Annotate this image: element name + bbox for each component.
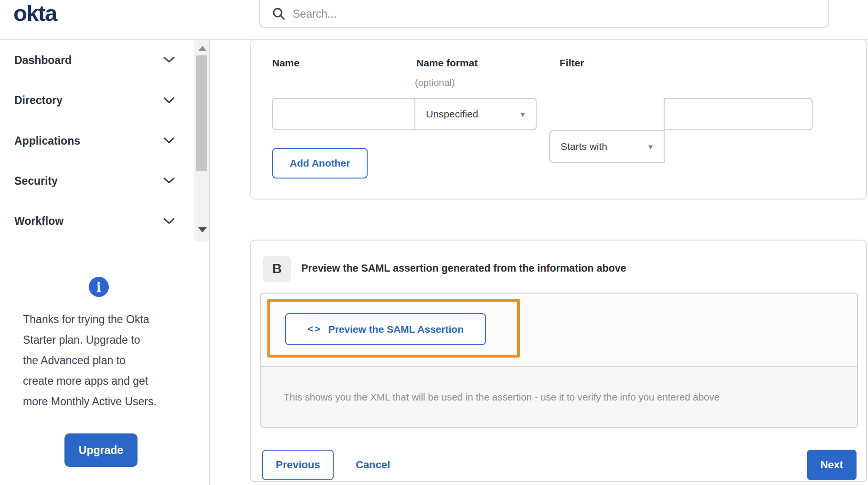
caret-down-icon: ▼ [647,143,654,151]
sidebar-item-workflow[interactable]: Workflow [0,201,209,242]
sidebar-item-label: Dashboard [14,54,72,67]
sidebar-divider [209,39,210,485]
filter-value-input[interactable] [664,98,813,130]
upgrade-button[interactable]: Upgrade [64,433,138,467]
saml-preview-card: B Preview the SAML assertion generated f… [250,240,867,482]
sidebar-item-applications[interactable]: Applications [0,121,209,161]
preview-description: This shows you the XML that will be used… [284,391,720,403]
search-input[interactable] [293,8,770,21]
previous-button[interactable]: Previous [262,450,334,480]
next-button[interactable]: Next [807,450,857,480]
code-brackets-icon: <> [307,324,321,335]
promo-line: more Monthly Active Users. [23,391,195,412]
attribute-name-input[interactable] [272,98,415,130]
global-search[interactable] [259,0,829,28]
info-icon: i [89,277,109,297]
preview-button-row: <> Preview the SAML Assertion [261,294,857,366]
chevron-down-icon [163,178,175,186]
search-icon [272,7,286,21]
cancel-button[interactable]: Cancel [356,450,390,480]
attribute-statements-card: Name Name format (optional) Filter Unspe… [250,39,867,200]
name-format-value: Unspecified [426,108,478,120]
name-format-select[interactable]: Unspecified ▼ [414,98,537,130]
sidebar-item-directory[interactable]: Directory [0,80,209,120]
promo-line: create more apps and get [23,371,195,391]
scrollbar-up-icon[interactable] [198,46,207,51]
chevron-down-icon [163,137,175,146]
preview-button-label: Preview the SAML Assertion [328,324,464,335]
scrollbar-down-icon[interactable] [198,227,207,232]
name-format-optional-hint: (optional) [415,77,455,88]
sidebar-item-dashboard[interactable]: Dashboard [0,40,209,80]
trial-promo-text: Thanks for trying the Okta Starter plan.… [23,309,195,412]
promo-line: Thanks for trying the Okta [23,309,195,330]
promo-line: the Advanced plan to [23,350,195,371]
caret-down-icon: ▼ [519,110,526,118]
sidebar-scrollbar-thumb[interactable] [196,55,207,171]
chevron-down-icon [163,57,175,65]
okta-logo: okta [13,0,57,26]
chevron-down-icon [163,218,175,226]
preview-description-row: This shows you the XML that will be used… [261,366,857,427]
sidebar-item-label: Workflow [14,215,64,228]
add-another-button[interactable]: Add Another [272,148,368,179]
saml-preview-panel: <> Preview the SAML Assertion This shows… [260,293,858,428]
filter-operator-value: Starts with [561,141,607,152]
name-format-column-label: Name format [416,57,477,69]
promo-line: Starter plan. Upgrade to [23,330,195,350]
section-b-title: Preview the SAML assertion generated fro… [301,263,626,274]
sidebar-item-security[interactable]: Security [0,161,209,201]
sidebar-item-label: Security [14,175,58,188]
chevron-down-icon [163,97,175,105]
step-b-badge: B [263,256,291,282]
preview-saml-assertion-button[interactable]: <> Preview the SAML Assertion [285,313,486,345]
filter-column-label: Filter [560,57,584,69]
name-column-label: Name [272,57,299,69]
sidebar-item-label: Directory [14,94,63,107]
filter-operator-select[interactable]: Starts with ▼ [549,130,665,163]
sidebar-nav: Dashboard Directory Applications Securit… [0,40,209,242]
sidebar-item-label: Applications [14,135,80,148]
